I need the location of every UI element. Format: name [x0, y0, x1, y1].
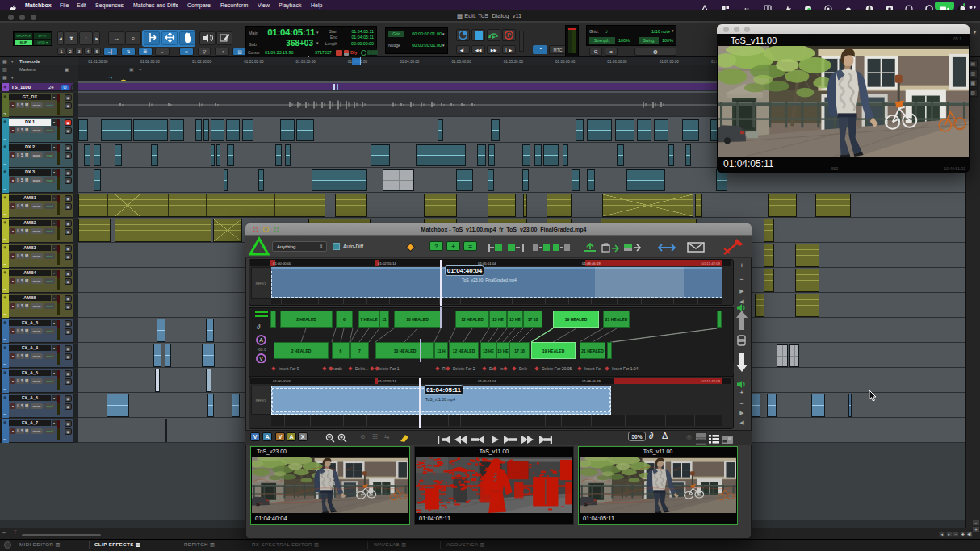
svg-text:P: P [507, 32, 511, 38]
